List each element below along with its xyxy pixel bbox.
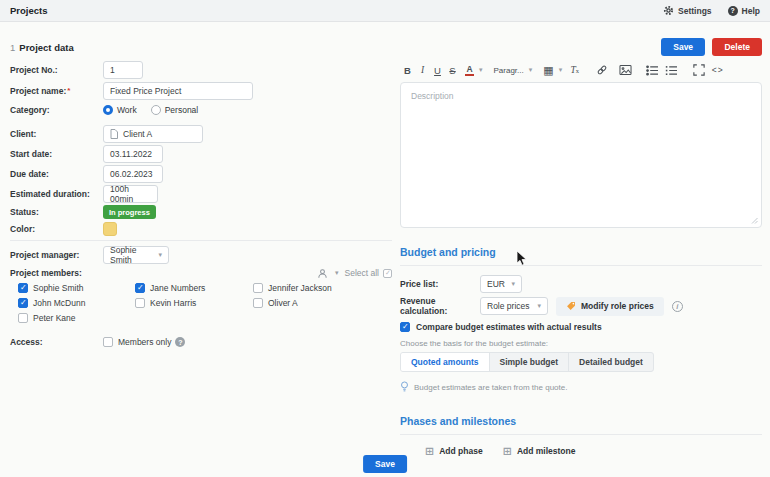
estimated-duration-row: Estimated duration: 100h 00min xyxy=(10,185,392,203)
checkbox-icon xyxy=(135,283,145,293)
members-column-2: Jane Numbers Kevin Harris xyxy=(135,282,205,309)
chevron-down-icon: ▾ xyxy=(529,66,533,74)
source-code-button[interactable]: <> xyxy=(710,61,725,79)
price-list-select[interactable]: EUR ▾ xyxy=(480,275,522,293)
bold-button[interactable]: B xyxy=(400,61,415,79)
category-row: Category: Work Personal xyxy=(10,103,392,117)
radio-icon xyxy=(151,105,161,115)
plus-square-icon: ⊞ xyxy=(425,446,434,456)
basis-simple-budget[interactable]: Simple budget xyxy=(490,353,570,371)
table-button[interactable]: ▦ ▾ xyxy=(542,61,563,79)
radio-personal[interactable]: Personal xyxy=(151,105,199,115)
plus-square-icon: ⊞ xyxy=(503,446,512,456)
project-no-row: Project No.: 1 xyxy=(10,61,392,79)
checkbox-icon xyxy=(18,283,28,293)
description-editor[interactable]: Description xyxy=(400,82,762,228)
settings-button[interactable]: Settings xyxy=(663,5,712,16)
compare-budget-checkbox[interactable]: Compare budget estimates with actual res… xyxy=(400,322,762,332)
image-button[interactable] xyxy=(618,61,633,79)
settings-label: Settings xyxy=(678,6,712,16)
client-input[interactable]: Client A xyxy=(103,125,203,143)
delete-button[interactable]: Delete xyxy=(712,38,762,56)
topbar-actions: Settings ? Help xyxy=(663,5,760,16)
color-swatch[interactable] xyxy=(103,222,117,236)
document-icon xyxy=(110,129,118,139)
members-controls: ▾ Select all xyxy=(317,268,392,279)
chevron-down-icon: ▾ xyxy=(559,66,563,74)
project-name-label: Project name:* xyxy=(10,86,103,96)
status-label: Status: xyxy=(10,207,103,217)
basis-quoted-amounts[interactable]: Quoted amounts xyxy=(401,353,490,371)
category-options: Work Personal xyxy=(103,105,198,115)
basis-detailed-budget[interactable]: Detailed budget xyxy=(569,353,653,371)
phases-section-title: Phases and milestones xyxy=(400,415,762,435)
question-icon[interactable]: ? xyxy=(175,337,185,347)
select-all-checkbox xyxy=(383,269,392,278)
modify-role-prices-button[interactable]: Modify role prices xyxy=(556,297,664,316)
image-icon xyxy=(619,64,632,76)
member-checkbox-john-mcdunn[interactable]: John McDunn xyxy=(18,297,85,309)
bottom-save-button[interactable]: Save xyxy=(363,455,407,473)
member-checkbox-kevin-harris[interactable]: Kevin Harris xyxy=(135,297,205,309)
underline-button[interactable]: U xyxy=(430,61,445,79)
member-options-button[interactable]: ▾ xyxy=(317,268,339,279)
info-icon[interactable]: i xyxy=(672,301,683,312)
project-no-label: Project No.: xyxy=(10,65,103,75)
member-checkbox-peter-kane[interactable]: Peter Kane xyxy=(18,312,85,324)
estimated-duration-input[interactable]: 100h 00min xyxy=(103,185,158,203)
checkbox-icon xyxy=(103,337,113,347)
color-row: Color: xyxy=(10,222,392,236)
member-checkbox-sophie-smith[interactable]: Sophie Smith xyxy=(18,282,85,294)
project-members-row: Project members: ▾ Select all xyxy=(10,266,392,280)
due-date-label: Due date: xyxy=(10,169,103,179)
link-button[interactable] xyxy=(594,61,609,79)
resize-handle[interactable] xyxy=(751,217,758,224)
radio-icon xyxy=(103,105,113,115)
budget-section-title: Budget and pricing xyxy=(400,246,762,266)
status-badge[interactable]: In progress xyxy=(103,205,156,219)
bullet-list-button[interactable] xyxy=(645,61,660,79)
revenue-calculation-select[interactable]: Role prices ▾ xyxy=(480,297,548,315)
footer: Save xyxy=(363,455,407,473)
top-bar: Projects Settings ? Help xyxy=(0,0,770,22)
start-date-label: Start date: xyxy=(10,149,103,159)
due-date-input[interactable]: 06.02.2023 xyxy=(103,165,163,183)
add-milestone-button[interactable]: ⊞ Add milestone xyxy=(503,446,576,456)
member-checkbox-jennifer-jackson[interactable]: Jennifer Jackson xyxy=(253,282,332,294)
save-button[interactable]: Save xyxy=(661,38,705,56)
text-color-button[interactable]: A ▾ xyxy=(464,61,484,79)
member-checkbox-oliver-a[interactable]: Oliver A xyxy=(253,297,332,309)
fullscreen-button[interactable] xyxy=(691,61,706,79)
start-date-row: Start date: 03.11.2022 xyxy=(10,145,392,163)
estimated-duration-label: Estimated duration: xyxy=(10,189,103,199)
client-label: Client: xyxy=(10,129,103,139)
numbered-list-button[interactable] xyxy=(664,61,679,79)
project-no-input[interactable]: 1 xyxy=(103,61,143,79)
radio-work[interactable]: Work xyxy=(103,105,137,115)
members-only-checkbox[interactable]: Members only xyxy=(103,336,171,348)
access-row: Access: Members only ? xyxy=(10,335,392,349)
project-manager-select[interactable]: Sophie Smith ▾ xyxy=(103,246,169,264)
chevron-down-icon: ▾ xyxy=(511,280,515,288)
member-checkbox-jane-numbers[interactable]: Jane Numbers xyxy=(135,282,205,294)
help-icon: ? xyxy=(728,6,738,16)
link-icon xyxy=(596,64,608,76)
add-phase-button[interactable]: ⊞ Add phase xyxy=(425,446,483,456)
strikethrough-button[interactable]: S xyxy=(445,61,460,79)
status-row: Status: In progress xyxy=(10,205,392,219)
project-members-label: Project members: xyxy=(10,268,103,278)
paragraph-format-dropdown[interactable]: Paragr... ▾ xyxy=(493,61,534,79)
revenue-calculation-row: Revenue calculation: Role prices ▾ Modif… xyxy=(400,296,762,316)
help-button[interactable]: ? Help xyxy=(728,6,760,16)
italic-button[interactable]: I xyxy=(415,61,430,79)
clear-formatting-button[interactable]: Tx xyxy=(567,61,582,79)
start-date-input[interactable]: 03.11.2022 xyxy=(103,145,163,163)
header-buttons: Save Delete xyxy=(661,38,762,56)
description-placeholder: Description xyxy=(411,91,454,101)
form-divider xyxy=(10,240,392,241)
chevron-down-icon: ▾ xyxy=(537,302,541,310)
access-label: Access: xyxy=(10,337,103,347)
chevron-down-icon: ▾ xyxy=(158,251,162,259)
select-all-toggle[interactable]: Select all xyxy=(345,268,393,278)
project-name-input[interactable]: Fixed Price Project xyxy=(103,82,253,100)
